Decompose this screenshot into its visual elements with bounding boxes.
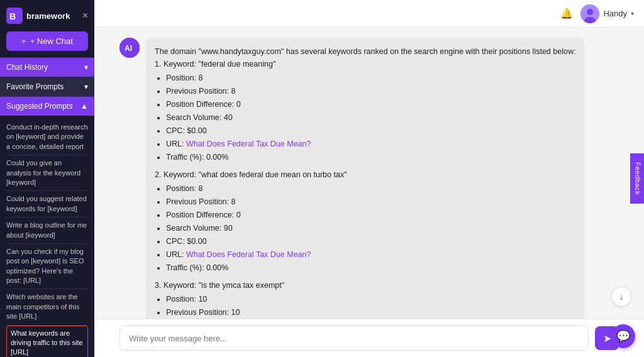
- svg-point-3: [587, 9, 593, 15]
- chat-support-icon: 💬: [616, 329, 630, 343]
- keyword-url: URL: What Does Federal Tax Due Mean?: [166, 138, 575, 150]
- keyword-title: 1. Keyword: "federal due meaning": [155, 58, 575, 70]
- keyword-details: Position: 8Previous Position: 8Position …: [155, 72, 575, 163]
- keyword-position-diff: Position Difference: 0: [166, 209, 575, 221]
- send-icon: ➤: [603, 332, 611, 344]
- scroll-bottom-button[interactable]: ↓: [611, 287, 631, 307]
- user-name: Handy: [603, 9, 627, 18]
- sidebar-prompt-item[interactable]: Can you check if my blog post on [keywor…: [6, 244, 88, 290]
- chevron-down-icon-2: ▾: [84, 82, 88, 91]
- chevron-down-icon: ▾: [84, 63, 88, 72]
- suggested-prompts-section: Suggested Prompts ▲: [0, 96, 94, 116]
- message-input[interactable]: [119, 326, 589, 351]
- chat-history-header[interactable]: Chat History ▾: [0, 58, 94, 77]
- keyword-position: Position: 8: [166, 72, 575, 84]
- scroll-down-icon: ↓: [619, 292, 624, 302]
- keyword-details: Position: 10Previous Position: 10Positio…: [155, 293, 575, 319]
- feedback-label: Feedback: [634, 162, 641, 195]
- topbar: 🔔 Handy ▾: [94, 0, 644, 28]
- chat-support-button[interactable]: 💬: [611, 324, 635, 348]
- close-icon[interactable]: ×: [82, 10, 88, 21]
- user-avatar-area[interactable]: Handy ▾: [580, 4, 634, 23]
- prompts-list: Conduct in-depth research on [keyword] a…: [0, 116, 94, 357]
- chat-area: AI The domain "www.handytaxguy.com" has …: [94, 28, 644, 319]
- plus-icon: +: [21, 36, 26, 46]
- keyword-section: 1. Keyword: "federal due meaning"Positio…: [155, 58, 575, 163]
- keyword-details: Position: 8Previous Position: 8Position …: [155, 182, 575, 274]
- message-intro: The domain "www.handytaxguy.com" has sev…: [155, 47, 575, 56]
- new-chat-label: + New Chat: [30, 36, 73, 46]
- keyword-position: Position: 8: [166, 182, 575, 195]
- sidebar-prompt-item[interactable]: Which websites are the main competitors …: [6, 289, 88, 325]
- keyword-link[interactable]: What Does Federal Tax Due Mean?: [186, 250, 311, 259]
- keyword-position-diff: Position Difference: 0: [166, 98, 575, 111]
- new-chat-button[interactable]: + + New Chat: [6, 31, 88, 51]
- keyword-section: 3. Keyword: "is the ymca tax exempt"Posi…: [155, 279, 575, 319]
- suggested-prompts-header[interactable]: Suggested Prompts ▲: [0, 97, 94, 116]
- keyword-traffic: Traffic (%): 0.00%: [166, 261, 575, 274]
- favorite-prompts-header[interactable]: Favorite Prompts ▾: [0, 77, 94, 96]
- avatar: [580, 4, 599, 23]
- sidebar-prompt-item[interactable]: Write a blog outline for me about [keywo…: [6, 217, 88, 244]
- message-row: AI The domain "www.handytaxguy.com" has …: [119, 38, 619, 319]
- sidebar-logo: B bramework: [6, 8, 70, 24]
- feedback-tab[interactable]: Feedback: [630, 153, 644, 204]
- sidebar-header: B bramework ×: [0, 0, 94, 31]
- favorite-prompts-section: Favorite Prompts ▾: [0, 77, 94, 96]
- keyword-prev-position: Previous Position: 8: [166, 195, 575, 208]
- keyword-link[interactable]: What Does Federal Tax Due Mean?: [186, 140, 311, 148]
- keyword-search-volume: Search Volume: 40: [166, 111, 575, 124]
- suggested-prompts-label: Suggested Prompts: [6, 102, 72, 111]
- sidebar-logo-text: bramework: [26, 11, 70, 21]
- keyword-section: 2. Keyword: "what does federal due mean …: [155, 168, 575, 274]
- keyword-search-volume: Search Volume: 90: [166, 222, 575, 234]
- keyword-cpc: CPC: $0.00: [166, 124, 575, 137]
- keyword-cpc: CPC: $0.00: [166, 235, 575, 248]
- input-area: ➤: [94, 319, 644, 357]
- bot-avatar: AI: [119, 38, 140, 58]
- chat-history-section: Chat History ▾: [0, 57, 94, 77]
- chevron-down-icon: ▾: [631, 10, 634, 17]
- svg-text:B: B: [9, 11, 16, 21]
- sidebar-prompt-item[interactable]: What keywords are driving traffic to thi…: [6, 326, 88, 357]
- keyword-prev-position: Previous Position: 10: [166, 306, 575, 319]
- keyword-position: Position: 10: [166, 293, 575, 305]
- sidebar-prompt-item[interactable]: Could you suggest related keywords for […: [6, 191, 88, 217]
- favorite-prompts-label: Favorite Prompts: [6, 82, 64, 91]
- notification-icon[interactable]: 🔔: [560, 8, 573, 19]
- svg-text:AI: AI: [125, 44, 132, 53]
- message-bubble: The domain "www.handytaxguy.com" has sev…: [146, 38, 584, 319]
- chevron-up-icon: ▲: [80, 102, 88, 111]
- sidebar-prompt-item[interactable]: Conduct in-depth research on [keyword] a…: [6, 119, 88, 155]
- keyword-title: 3. Keyword: "is the ymca tax exempt": [155, 279, 575, 292]
- chat-history-label: Chat History: [6, 63, 48, 72]
- keyword-prev-position: Previous Position: 8: [166, 85, 575, 97]
- logo-icon: B: [6, 8, 23, 24]
- topbar-right: 🔔 Handy ▾: [560, 4, 634, 23]
- sidebar-prompt-item[interactable]: Could you give an analysis for the keywo…: [6, 155, 88, 191]
- main-content: 🔔 Handy ▾ AI: [94, 0, 644, 357]
- keyword-url: URL: What Does Federal Tax Due Mean?: [166, 248, 575, 261]
- keyword-traffic: Traffic (%): 0.00%: [166, 151, 575, 163]
- keyword-title: 2. Keyword: "what does federal due mean …: [155, 168, 575, 181]
- sidebar: B bramework × + + New Chat Chat History …: [0, 0, 94, 357]
